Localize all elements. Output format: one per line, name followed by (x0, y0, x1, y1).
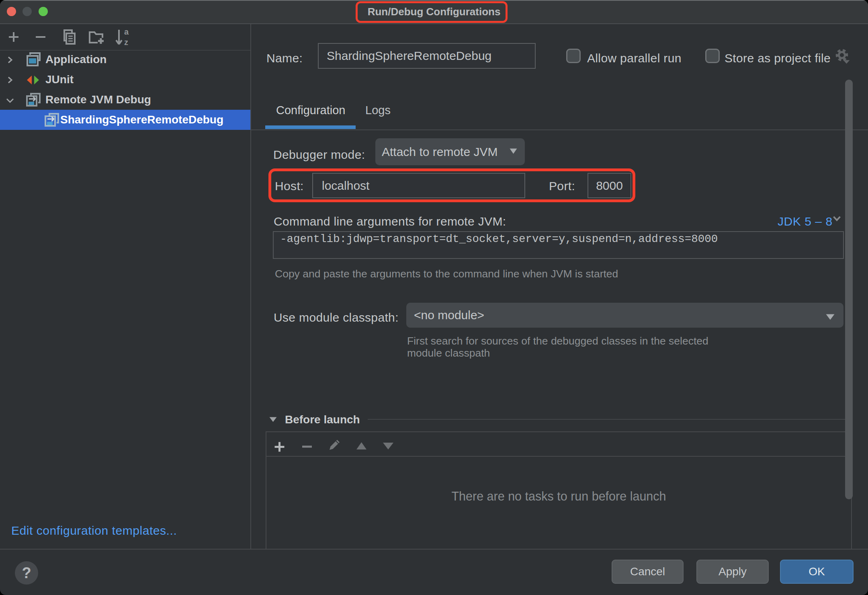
svg-text:z: z (124, 38, 128, 47)
svg-text:a: a (124, 27, 129, 36)
